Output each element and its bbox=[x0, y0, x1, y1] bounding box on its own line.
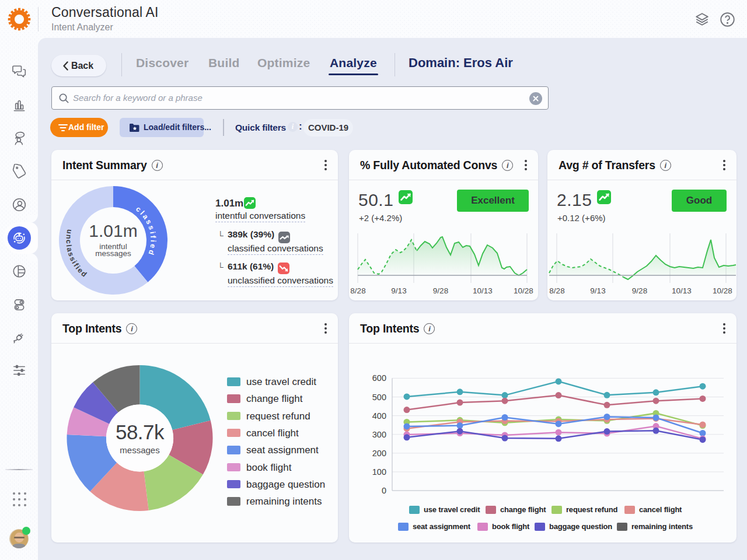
svg-text:10/13: 10/13 bbox=[672, 286, 692, 295]
svg-text:600: 600 bbox=[372, 373, 386, 383]
svg-text:500: 500 bbox=[372, 393, 386, 402]
svg-text:9/13: 9/13 bbox=[590, 286, 605, 295]
svg-text:messages: messages bbox=[120, 445, 159, 455]
svg-text:9/28: 9/28 bbox=[632, 286, 647, 295]
svg-text:9/28: 9/28 bbox=[433, 286, 448, 295]
svg-text:messages: messages bbox=[95, 249, 131, 258]
svg-text:10/13: 10/13 bbox=[473, 286, 493, 295]
svg-text:10/28: 10/28 bbox=[514, 286, 533, 295]
svg-text:9/13: 9/13 bbox=[391, 286, 406, 295]
svg-text:8/28: 8/28 bbox=[350, 286, 365, 295]
svg-text:1.01m: 1.01m bbox=[89, 221, 137, 240]
svg-text:8/28: 8/28 bbox=[549, 286, 564, 295]
svg-text:10/28: 10/28 bbox=[713, 286, 732, 295]
svg-text:400: 400 bbox=[372, 411, 386, 421]
svg-text:100: 100 bbox=[372, 467, 386, 477]
svg-text:300: 300 bbox=[372, 430, 386, 439]
svg-text:58.7k: 58.7k bbox=[116, 421, 165, 443]
svg-text:0: 0 bbox=[382, 486, 386, 495]
svg-text:200: 200 bbox=[372, 449, 386, 458]
